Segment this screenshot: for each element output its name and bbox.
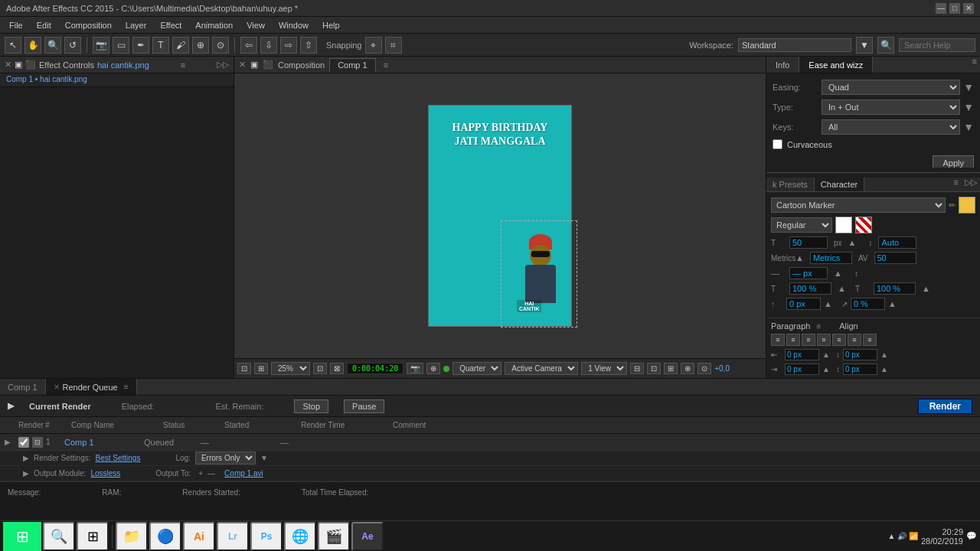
output-module-expand[interactable]: ▶	[23, 469, 29, 478]
scale-v-input[interactable]	[874, 282, 916, 295]
snap-toggle2[interactable]: ⌗	[385, 37, 402, 54]
menu-layer[interactable]: Layer	[119, 19, 153, 31]
font-size-input[interactable]	[789, 236, 828, 249]
render-button[interactable]: Render	[918, 399, 972, 414]
baseline-input[interactable]	[786, 298, 821, 310]
space-after-input[interactable]	[843, 364, 877, 375]
align-justify3-btn[interactable]: ≡	[848, 334, 861, 346]
zoom-fit-btn[interactable]: ⊠	[330, 363, 344, 374]
comp-tab[interactable]: Comp 1	[329, 58, 376, 72]
type-select[interactable]: In + Out	[822, 99, 960, 115]
right-panel-menu[interactable]: ≡	[969, 57, 980, 73]
comp-3d-btn[interactable]: ⊕	[681, 363, 694, 374]
log-select[interactable]: Errors Only	[195, 452, 256, 465]
va-increment[interactable]: ▲	[795, 253, 804, 262]
font-edit-icon[interactable]: ✏	[949, 201, 956, 210]
align-tool2[interactable]: ⇩	[260, 37, 277, 54]
effect-controls-close[interactable]: ✕	[5, 60, 11, 70]
easing-chevron[interactable]: ▼	[963, 81, 974, 93]
space-before-input[interactable]	[843, 349, 877, 360]
paragraph-menu[interactable]: ≡	[816, 322, 821, 331]
minimize-button[interactable]: —	[936, 3, 946, 14]
render-tab-close[interactable]: ✕	[54, 383, 60, 391]
comp-panel-menu[interactable]: ≡	[384, 60, 388, 70]
stroke-swatch[interactable]	[855, 217, 872, 233]
taskbar-files[interactable]: 📁	[116, 522, 148, 551]
size-increment[interactable]: ▲	[848, 238, 857, 247]
snap-toggle[interactable]: ⌖	[365, 37, 382, 54]
tab-render-queue[interactable]: ✕ Render Queue ≡	[46, 379, 137, 395]
align-justify2-btn[interactable]: ≡	[832, 334, 846, 346]
maximize-button[interactable]: □	[949, 3, 960, 14]
puppet-tool[interactable]: ⊙	[212, 37, 229, 54]
menu-help[interactable]: Help	[316, 19, 346, 31]
skew-increment[interactable]: ▲	[888, 299, 897, 308]
current-render-expand[interactable]: ▶	[8, 401, 14, 411]
workspace-select[interactable]: Standard	[738, 38, 851, 52]
taskbar-lightroom[interactable]: Lr	[217, 522, 249, 551]
comp-option-btn[interactable]: ⊡	[647, 363, 661, 374]
align-right-btn[interactable]: ≡	[802, 334, 815, 346]
char-expand[interactable]: ▷▷	[962, 178, 980, 191]
align-center-btn[interactable]: ≡	[786, 334, 800, 346]
comp-view-select[interactable]: 1 View	[581, 362, 627, 375]
cam-btn[interactable]: 📷	[407, 363, 423, 374]
search-help-icon[interactable]: 🔍	[877, 37, 894, 54]
effect-controls-expand[interactable]: ▷▷	[217, 60, 229, 70]
menu-animation[interactable]: Animation	[189, 19, 239, 31]
scale-v-increment[interactable]: ▲	[922, 284, 930, 293]
va-input[interactable]	[810, 252, 852, 264]
type-chevron[interactable]: ▼	[963, 101, 974, 113]
brush-tool[interactable]: 🖌	[172, 37, 189, 54]
rotation-tool[interactable]: ↺	[64, 37, 81, 54]
apply-button[interactable]: Apply	[933, 155, 974, 168]
align-justify4-btn[interactable]: ≡	[863, 334, 877, 346]
pen-tool[interactable]: ✒	[132, 37, 149, 54]
comp-reset-btn[interactable]: ⊙	[697, 363, 711, 374]
tracking-input-val[interactable]	[874, 252, 916, 264]
text-tool[interactable]: T	[152, 37, 169, 54]
char-menu[interactable]: ≡	[951, 178, 962, 191]
output-file-link[interactable]: Comp 1.avi	[224, 469, 263, 478]
align-tool3[interactable]: ⇨	[280, 37, 297, 54]
camera-tool[interactable]: 📷	[93, 37, 109, 54]
align-justify-btn[interactable]: ≡	[817, 334, 831, 346]
keys-chevron[interactable]: ▼	[963, 121, 974, 133]
curvaceous-checkbox[interactable]	[773, 139, 782, 149]
indent-right-input[interactable]	[785, 364, 819, 375]
comp-layout-btn[interactable]: ⊟	[630, 363, 644, 374]
effect-controls-menu[interactable]: ≡	[181, 60, 185, 70]
space-after-incr[interactable]: ▲	[880, 365, 888, 373]
render-item-check[interactable]	[18, 437, 29, 448]
log-dropdown[interactable]: ▼	[260, 454, 268, 462]
skew-input[interactable]	[851, 298, 885, 310]
keys-select[interactable]: All	[822, 119, 960, 135]
tab-comp1[interactable]: Comp 1	[0, 379, 46, 395]
comp-panel-close[interactable]: ✕	[239, 60, 246, 70]
motion-btn[interactable]: ⊕	[426, 363, 440, 374]
indent-left-input[interactable]	[785, 349, 819, 360]
zoom-tool[interactable]: 🔍	[44, 37, 61, 54]
workspace-expand[interactable]: ▼	[856, 37, 873, 54]
rect-tool[interactable]: ▭	[113, 37, 129, 54]
indent-right-incr[interactable]: ▲	[822, 365, 830, 373]
taskbar-illustrator[interactable]: Ai	[183, 522, 215, 551]
space-before-incr[interactable]: ▲	[880, 350, 888, 359]
baseline-increment[interactable]: ▲	[824, 299, 832, 308]
taskbar-aftereffects[interactable]: Ae	[351, 522, 384, 551]
style-select[interactable]: Regular	[771, 217, 832, 233]
font-select[interactable]: Cartoon Marker	[771, 197, 946, 213]
indent-left-incr[interactable]: ▲	[822, 350, 830, 359]
notification-icon[interactable]: 💬	[966, 531, 977, 541]
tab-info[interactable]: Info	[766, 57, 799, 73]
tab-character[interactable]: Character	[815, 178, 864, 191]
close-button[interactable]: ✕	[963, 3, 974, 14]
taskbar-photoshop[interactable]: Ps	[250, 522, 283, 551]
render-item-expand[interactable]: ▶	[5, 438, 15, 446]
menu-window[interactable]: Window	[273, 19, 315, 31]
menu-composition[interactable]: Composition	[59, 19, 118, 31]
start-button[interactable]: ⊞	[3, 522, 41, 551]
selection-tool[interactable]: ↖	[5, 37, 21, 54]
align-tool4[interactable]: ⇧	[300, 37, 317, 54]
pause-button[interactable]: Pause	[344, 399, 384, 413]
